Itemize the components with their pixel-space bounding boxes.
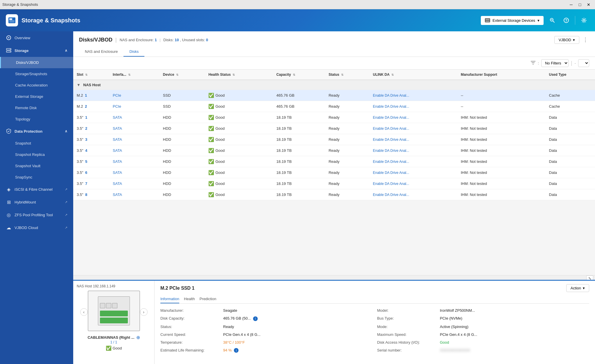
sidebar-item-remote-disk[interactable]: Remote Disk: [0, 102, 73, 113]
cell-capacity: 465.76 GB: [273, 90, 325, 101]
info-tab-health[interactable]: Health: [184, 295, 195, 303]
cell-manufacturer: IHM: Not tested: [457, 189, 546, 200]
life-info-icon[interactable]: i: [234, 348, 239, 353]
expand-button[interactable]: ⤡: [586, 275, 593, 280]
cell-manufacturer: --: [457, 90, 546, 101]
table-row[interactable]: 3.5" 4 SATA HDD ✅ Good 18.19 TB Ready En…: [73, 145, 595, 156]
sidebar-item-data-protection[interactable]: Data Protection ∧: [0, 125, 73, 138]
sidebar-item-storage[interactable]: Storage ∧: [0, 44, 73, 57]
hybridmount-icon: ⊞: [6, 199, 12, 205]
table-body: ▼ NAS Host M.2 1 PCIe SSD ✅ Good 465.76: [73, 80, 595, 200]
nas-add-button[interactable]: ⊕: [136, 335, 140, 340]
filter-select[interactable]: No Filters SSD HDD Cache: [541, 59, 569, 67]
sidebar-item-zfs[interactable]: ◎ ZFS Pool Profiling Tool ↗: [0, 208, 73, 221]
action-button[interactable]: Action ▾: [566, 284, 589, 292]
settings-search-button[interactable]: [547, 15, 558, 26]
group-toggle[interactable]: ▼: [77, 83, 80, 87]
table-row[interactable]: 3.5" 5 SATA HDD ✅ Good 18.19 TB Ready En…: [73, 156, 595, 167]
tab-disks[interactable]: Disks: [123, 47, 144, 57]
col-health[interactable]: Health Status ⇅: [205, 70, 273, 80]
app-header: Storage & Snapshots External Storage Dev…: [0, 9, 595, 31]
cell-capacity: 465.76 GB: [273, 101, 325, 112]
maximize-button[interactable]: □: [576, 1, 584, 8]
svg-point-15: [8, 37, 9, 38]
col-usedtype[interactable]: Used Type: [546, 70, 595, 80]
capacity-info-icon[interactable]: i: [253, 316, 258, 321]
sidebar-item-snapshot-vault[interactable]: Snapshot Vault: [0, 160, 73, 172]
disk-title: M.2 PCIe SSD 1: [160, 286, 194, 291]
sidebar-item-storage-snapshots[interactable]: Storage/Snapshots: [0, 68, 73, 80]
sidebar-item-cache-acceleration[interactable]: Cache Acceleration: [0, 80, 73, 91]
nas-name-row: CABLEMAINNAS (Right ... ⊕: [87, 335, 140, 340]
status-label: Status:: [160, 323, 218, 330]
zfs-label: ZFS Pool Profiling Tool: [15, 213, 53, 217]
table-row[interactable]: 3.5" 7 SATA HDD ✅ Good 18.19 TB Ready En…: [73, 178, 595, 189]
action-label: Action: [571, 286, 581, 290]
col-interface[interactable]: Interfa... ⇅: [109, 70, 159, 80]
cell-interface: PCIe: [109, 101, 159, 112]
topology-label: Topology: [15, 117, 30, 121]
cell-ulink: Enable DA Drive Anal...: [369, 178, 457, 189]
sidebar-item-snapshot[interactable]: Snapshot: [0, 138, 73, 149]
bottom-left-inner: ‹ ›: [85, 291, 143, 334]
cell-health: ✅ Good: [205, 123, 273, 134]
help-button[interactable]: ?: [561, 15, 571, 26]
cell-slot: 3.5" 8: [73, 189, 109, 200]
cell-ulink: Enable DA Drive Anal...: [369, 123, 457, 134]
minimize-button[interactable]: ─: [567, 1, 575, 8]
col-capacity[interactable]: Capacity ⇅: [273, 70, 325, 80]
data-protection-chevron: ∧: [65, 129, 67, 133]
info-tab-information[interactable]: Information: [160, 295, 179, 303]
cell-usedtype: Data: [546, 123, 595, 134]
nav-next-button[interactable]: ›: [140, 308, 148, 316]
table-row[interactable]: 3.5" 1 SATA HDD ✅ Good 18.19 TB Ready En…: [73, 112, 595, 123]
cell-ulink: Enable DA Drive Anal...: [369, 167, 457, 178]
vjbod-button[interactable]: VJBOD ▾: [554, 36, 579, 44]
table-row[interactable]: 3.5" 3 SATA HDD ✅ Good 18.19 TB Ready En…: [73, 134, 595, 145]
sidebar-item-overview[interactable]: Overview: [0, 31, 73, 44]
overview-label: Overview: [15, 36, 30, 40]
cell-interface: SATA: [109, 145, 159, 156]
table-row[interactable]: 3.5" 6 SATA HDD ✅ Good 18.19 TB Ready En…: [73, 167, 595, 178]
page-more-button[interactable]: ⋮: [582, 35, 589, 44]
ext-storage-button[interactable]: External Storage Devices ▾: [481, 16, 544, 25]
tab-nas-enclosure[interactable]: NAS and Enclosure: [79, 47, 123, 57]
secondary-filter-select[interactable]: [578, 59, 589, 67]
gear-button[interactable]: [579, 15, 589, 26]
col-status[interactable]: Status ⇅: [325, 70, 370, 80]
main-content: Disks/VJBOD | NAS and Enclosure: 1 | Dis…: [73, 31, 595, 364]
header-divider: [575, 16, 575, 25]
vjbod-cloud-ext-icon: ↗: [65, 226, 67, 230]
sidebar-item-vjbod-cloud[interactable]: ☁ VJBOD Cloud ↗: [0, 221, 73, 234]
nav-prev-button[interactable]: ‹: [80, 308, 88, 316]
col-slot[interactable]: Slot ⇅: [73, 70, 109, 80]
unused-slots: 0: [206, 38, 208, 42]
table-row[interactable]: 3.5" 2 SATA HDD ✅ Good 18.19 TB Ready En…: [73, 123, 595, 134]
cell-usedtype: Data: [546, 189, 595, 200]
cell-health: ✅ Good: [205, 112, 273, 123]
sidebar: Overview Storage ∧ D: [0, 31, 73, 364]
iscsi-label: iSCSI & Fibre Channel: [15, 187, 53, 192]
cell-capacity: 18.19 TB: [273, 178, 325, 189]
info-tab-prediction[interactable]: Prediction: [200, 295, 216, 303]
sidebar-item-snapsync[interactable]: SnapSync: [0, 172, 73, 183]
col-device[interactable]: Device ⇅: [159, 70, 205, 80]
table-row[interactable]: M.2 1 PCIe SSD ✅ Good 465.76 GB Ready En…: [73, 90, 595, 101]
drive-slot-2: [100, 318, 128, 323]
sidebar-item-hybridmount[interactable]: ⊞ HybridMount ↗: [0, 196, 73, 208]
table-row[interactable]: 3.5" 8 SATA HDD ✅ Good 18.19 TB Ready En…: [73, 189, 595, 200]
sidebar-item-external-storage[interactable]: External Storage: [0, 91, 73, 102]
nas-status-label: Good: [113, 346, 122, 350]
close-button[interactable]: ✕: [585, 1, 593, 8]
sidebar-item-topology[interactable]: Topology: [0, 113, 73, 125]
cell-usedtype: Data: [546, 167, 595, 178]
sidebar-item-snapshot-replica[interactable]: Snapshot Replica: [0, 149, 73, 160]
slot-indicator: [112, 303, 117, 308]
col-ulink[interactable]: ULINK DA ⇅: [369, 70, 457, 80]
sidebar-item-iscsi[interactable]: ◈ iSCSI & Fibre Channel ↗: [0, 183, 73, 196]
table-scroll[interactable]: Slot ⇅ Interfa... ⇅ Device ⇅ Health Stat…: [73, 70, 595, 275]
col-manufacturer[interactable]: Manufacturer Support: [457, 70, 546, 80]
sidebar-item-disks-vjbod[interactable]: Disks/VJBOD: [0, 57, 73, 68]
table-row[interactable]: M.2 2 PCIe SSD ✅ Good 465.76 GB Ready En…: [73, 101, 595, 112]
cell-health: ✅ Good: [205, 145, 273, 156]
